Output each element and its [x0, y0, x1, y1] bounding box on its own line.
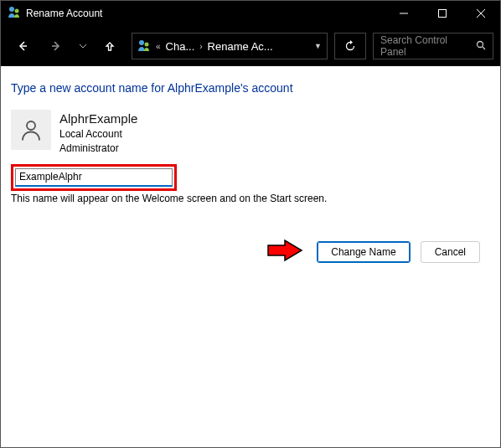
page-heading: Type a new account name for AlphrExample… — [11, 81, 490, 95]
svg-rect-3 — [439, 10, 447, 18]
svg-point-12 — [27, 121, 35, 130]
annotation-arrow-icon — [266, 238, 303, 266]
search-placeholder: Search Control Panel — [380, 34, 476, 58]
back-button[interactable] — [8, 31, 38, 61]
window-controls — [385, 1, 500, 26]
user-accounts-icon — [137, 39, 151, 54]
svg-point-8 — [139, 40, 144, 45]
action-row: Change Name Cancel — [11, 238, 490, 266]
account-name: AlphrExample — [59, 110, 137, 127]
account-info-block: AlphrExample Local Account Administrator — [11, 110, 490, 156]
account-role: Administrator — [59, 142, 137, 156]
search-input[interactable]: Search Control Panel — [373, 33, 493, 59]
user-accounts-icon — [8, 5, 21, 22]
account-text: AlphrExample Local Account Administrator — [59, 110, 137, 156]
maximize-button[interactable] — [423, 1, 462, 26]
svg-line-11 — [483, 47, 485, 49]
chevron-down-icon[interactable]: ▼ — [314, 42, 322, 50]
avatar — [11, 110, 51, 150]
window-title: Rename Account — [26, 8, 385, 19]
input-highlight — [11, 164, 177, 191]
svg-point-10 — [478, 41, 483, 47]
breadcrumb-prefix-icon: « — [156, 42, 161, 51]
change-name-button[interactable]: Change Name — [317, 241, 410, 263]
account-type: Local Account — [59, 127, 137, 142]
search-icon — [476, 40, 486, 53]
hint-text: This name will appear on the Welcome scr… — [11, 193, 490, 204]
svg-point-9 — [145, 42, 149, 46]
forward-button[interactable] — [41, 31, 71, 61]
up-button[interactable] — [95, 31, 125, 61]
cancel-button[interactable]: Cancel — [421, 241, 480, 263]
address-bar[interactable]: « Cha... › Rename Ac... ▼ — [132, 33, 328, 59]
title-bar: Rename Account — [1, 1, 500, 26]
nav-bar: « Cha... › Rename Ac... ▼ Search Control… — [1, 26, 500, 66]
refresh-button[interactable] — [334, 33, 366, 59]
breadcrumb-item[interactable]: Rename Ac... — [208, 40, 273, 53]
minimize-button[interactable] — [385, 1, 423, 26]
svg-point-0 — [9, 7, 14, 12]
close-button[interactable] — [462, 1, 500, 26]
history-dropdown[interactable] — [75, 31, 91, 61]
content-area: Type a new account name for AlphrExample… — [1, 66, 500, 281]
account-name-input[interactable] — [15, 168, 173, 187]
breadcrumb-item[interactable]: Cha... — [166, 40, 195, 53]
breadcrumb-separator-icon: › — [199, 42, 202, 51]
svg-point-1 — [15, 9, 19, 13]
